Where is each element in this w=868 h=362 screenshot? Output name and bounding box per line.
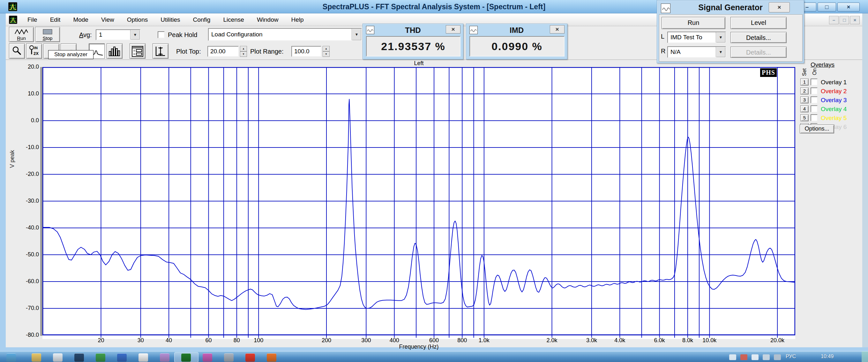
left-signal-select[interactable]: IMD Test To ▼ <box>667 32 726 43</box>
close-icon: × <box>777 4 781 10</box>
spin-down-icon[interactable]: ▼ <box>322 51 330 57</box>
documents-icon[interactable] <box>751 354 758 360</box>
magnifier-icon <box>11 46 22 57</box>
avg-select[interactable]: 1 ▼ <box>96 29 141 40</box>
utility-icon[interactable] <box>224 353 234 362</box>
overlay-label-4: Overlay 4 <box>821 105 847 113</box>
plot-range-stepper[interactable]: ▲ ▼ <box>322 46 330 57</box>
menu-edit[interactable]: Edit <box>44 13 67 26</box>
overlay-set-button-1[interactable]: 1 <box>800 79 809 86</box>
overlay-set-button-4[interactable]: 4 <box>800 105 809 112</box>
generator-level-button[interactable]: Level <box>731 17 786 29</box>
x-tick-label: 300 <box>361 337 371 344</box>
left-channel-label: L <box>661 33 664 40</box>
y-tick-label: -10.0 <box>21 144 39 151</box>
app-window-icon[interactable] <box>53 353 63 362</box>
load-configuration-select[interactable]: Load Configuration ▼ <box>208 28 362 41</box>
thd-panel: THD × 21.93537 % <box>363 24 463 59</box>
right-signal-select[interactable]: N/A ▼ <box>667 46 726 58</box>
x-tick-label: 3.0k <box>586 337 597 344</box>
spin-up-icon[interactable]: ▲ <box>240 46 247 51</box>
document-icon[interactable] <box>138 353 148 362</box>
thd-close-button[interactable]: × <box>446 25 461 33</box>
x-tick-label: 1.0k <box>479 337 490 344</box>
zoom-button[interactable] <box>9 43 25 59</box>
menu-utilities[interactable]: Utilities <box>154 13 186 26</box>
mail-icon[interactable] <box>160 353 169 362</box>
svg-text:IN: IN <box>34 46 38 50</box>
overlay-on-checkbox-2[interactable] <box>811 88 817 94</box>
usb-icon[interactable] <box>774 354 781 360</box>
network-icon[interactable] <box>763 354 770 360</box>
word-icon[interactable] <box>117 353 127 362</box>
menu-file[interactable]: File <box>21 13 44 26</box>
imd-close-button[interactable]: × <box>550 25 564 33</box>
spectrum-plot[interactable] <box>42 67 795 339</box>
spreadsheet-icon[interactable] <box>96 353 105 362</box>
overlay-on-checkbox-4[interactable] <box>811 105 817 112</box>
left-details-button[interactable]: Details... <box>731 32 786 43</box>
menu-options[interactable]: Options <box>121 13 154 26</box>
overlay-label-3: Overlay 3 <box>821 96 847 104</box>
mdi-close-icon: × <box>854 17 857 23</box>
plot-top-stepper[interactable]: ▲ ▼ <box>240 46 247 57</box>
window-right-border <box>862 13 868 348</box>
zoom-in-2x-icon: IN 2X <box>28 45 40 57</box>
avg-dropdown-button[interactable]: ▼ <box>130 30 140 39</box>
taskbar-clock[interactable]: 10:49 <box>821 354 834 359</box>
overlays-options-button[interactable]: Options... <box>800 124 834 133</box>
left-signal-dropdown-button[interactable]: ▼ <box>716 32 725 42</box>
spin-up-icon[interactable]: ▲ <box>322 46 330 51</box>
peak-hold-checkbox[interactable] <box>158 31 165 38</box>
firefox-icon[interactable] <box>267 353 276 362</box>
menu-help[interactable]: Help <box>285 13 310 26</box>
plot-top-input[interactable]: 20.00 <box>208 46 239 57</box>
menu-mode[interactable]: Mode <box>67 13 95 26</box>
overlay-set-button-5[interactable]: 5 <box>800 114 809 121</box>
maximize-button[interactable]: □ <box>817 3 836 11</box>
media-app-icon[interactable] <box>203 353 212 362</box>
generator-run-button[interactable]: Run <box>661 17 725 29</box>
overlay-on-checkbox-1[interactable] <box>811 79 817 86</box>
spectraplus-icon[interactable] <box>181 353 191 362</box>
mdi-restore-button[interactable]: □ <box>840 16 849 24</box>
load-configuration-dropdown-button[interactable]: ▼ <box>352 29 361 40</box>
bar-graph-button[interactable] <box>106 43 123 59</box>
overlay-label-2: Overlay 2 <box>821 88 847 95</box>
menu-license[interactable]: License <box>217 13 250 26</box>
mdi-close-button[interactable]: × <box>850 16 860 24</box>
menu-config[interactable]: Config <box>186 13 217 26</box>
menu-view[interactable]: View <box>95 13 121 26</box>
language-indicator[interactable]: РУС <box>786 354 796 359</box>
plot-range-input[interactable]: 100.0 <box>291 46 321 57</box>
volume-icon[interactable] <box>729 354 736 360</box>
right-details-button[interactable]: Details... <box>731 47 786 58</box>
overlay-set-button-2[interactable]: 2 <box>800 88 809 94</box>
mdi-minimize-button[interactable]: – <box>829 16 839 24</box>
display-options-button[interactable] <box>130 43 146 59</box>
x-tick-label: 40 <box>166 337 172 344</box>
stop-button[interactable]: Stop <box>35 27 60 42</box>
plot-range-button[interactable] <box>153 43 168 59</box>
x-axis-label: Frequency (Hz) <box>42 343 795 350</box>
spectrum-trace-left <box>42 99 795 310</box>
spin-down-icon[interactable]: ▼ <box>240 51 247 57</box>
y-axis-label: V peak <box>9 150 16 168</box>
run-button[interactable]: Run <box>9 27 34 42</box>
start-button[interactable] <box>6 353 16 362</box>
overlay-on-checkbox-5[interactable] <box>811 114 817 121</box>
menu-window[interactable]: Window <box>250 13 285 26</box>
close-button[interactable]: × <box>837 3 860 11</box>
right-signal-dropdown-button[interactable]: ▼ <box>716 47 725 57</box>
y-tick-label: 10.0 <box>21 90 39 97</box>
flag-icon[interactable] <box>740 354 747 360</box>
opera-icon[interactable] <box>245 353 255 362</box>
zoom-in-2x-button[interactable]: IN 2X <box>26 43 42 59</box>
signal-generator-close-button[interactable]: × <box>769 2 790 12</box>
photoshop-icon[interactable] <box>74 353 84 362</box>
show-desktop-button[interactable] <box>862 352 868 362</box>
overlay-on-checkbox-3[interactable] <box>811 96 817 103</box>
folder-icon[interactable] <box>32 353 41 362</box>
x-tick-label: 30 <box>137 337 144 344</box>
overlay-set-button-3[interactable]: 3 <box>800 96 809 103</box>
